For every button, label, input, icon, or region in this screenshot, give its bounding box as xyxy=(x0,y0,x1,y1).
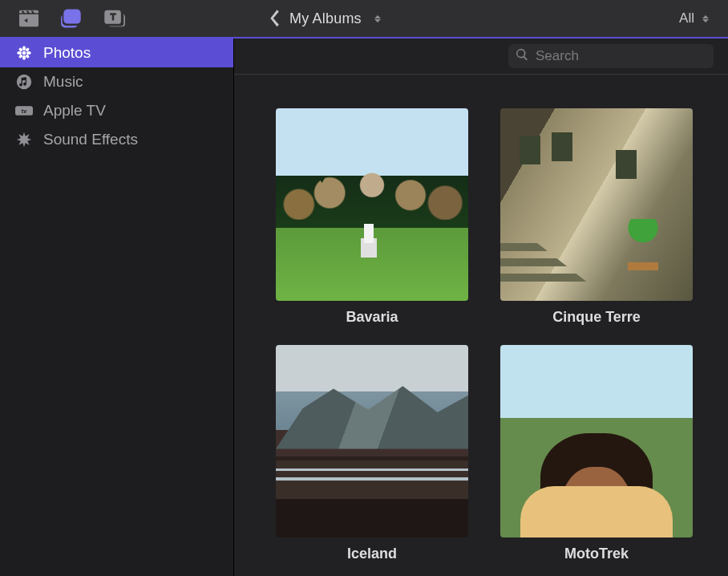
svg-point-2 xyxy=(22,55,25,59)
content-filter-dropdown[interactable]: All xyxy=(679,0,709,37)
search-input[interactable] xyxy=(536,48,707,64)
search-row xyxy=(234,39,728,75)
sidebar-item-soundeffects[interactable]: Sound Effects xyxy=(0,125,233,154)
album-thumbnail xyxy=(500,108,693,301)
topbar: My Albums All xyxy=(0,0,728,39)
titles-icon[interactable] xyxy=(103,7,128,30)
appletv-icon: tv xyxy=(14,103,34,119)
sidebar-item-label: Photos xyxy=(43,44,91,62)
music-icon xyxy=(14,74,34,90)
media-browser-icon[interactable] xyxy=(59,7,85,30)
clapperboard-icon[interactable] xyxy=(16,7,42,30)
content-area: Bavaria Cinque Terre Iceland xyxy=(234,39,728,576)
svg-point-0 xyxy=(22,51,26,55)
search-field-wrap[interactable] xyxy=(508,44,714,68)
svg-point-9 xyxy=(17,75,31,89)
back-chevron-icon[interactable] xyxy=(269,10,280,26)
filter-dropdown-icon xyxy=(702,15,709,22)
svg-point-7 xyxy=(18,55,22,59)
album-item[interactable]: Iceland xyxy=(276,345,468,562)
burst-icon xyxy=(14,132,34,148)
album-item[interactable]: Cinque Terre xyxy=(500,108,693,326)
album-label: Bavaria xyxy=(346,309,398,326)
svg-point-6 xyxy=(26,47,30,51)
svg-point-5 xyxy=(18,47,22,51)
app-window: My Albums All Photos Mus xyxy=(0,0,728,576)
sidebar-item-appletv[interactable]: tv Apple TV xyxy=(0,96,233,125)
search-icon xyxy=(515,47,529,65)
svg-text:tv: tv xyxy=(22,107,27,115)
album-label: MotoTrek xyxy=(564,546,629,562)
svg-point-1 xyxy=(22,47,25,51)
svg-point-4 xyxy=(26,51,30,54)
sidebar-item-photos[interactable]: Photos xyxy=(0,39,233,67)
sidebar-item-label: Music xyxy=(43,73,83,91)
album-item[interactable]: MotoTrek xyxy=(500,345,693,562)
sidebar-item-label: Apple TV xyxy=(43,102,106,120)
album-thumbnail xyxy=(276,345,468,537)
album-item[interactable]: Bavaria xyxy=(276,108,468,326)
sidebar: Photos Music tv Apple TV Sound Effects xyxy=(0,39,234,576)
sidebar-item-label: Sound Effects xyxy=(43,131,138,148)
album-grid: Bavaria Cinque Terre Iceland xyxy=(234,75,728,576)
svg-point-3 xyxy=(18,51,22,54)
breadcrumb-dropdown-icon[interactable] xyxy=(374,15,381,22)
album-grid-scroll[interactable]: Bavaria Cinque Terre Iceland xyxy=(234,75,728,576)
breadcrumb-title[interactable]: My Albums xyxy=(289,10,362,27)
body: Photos Music tv Apple TV Sound Effects xyxy=(0,39,728,576)
svg-point-8 xyxy=(26,55,30,59)
album-thumbnail xyxy=(500,345,693,537)
breadcrumb: My Albums xyxy=(269,0,381,37)
flower-icon xyxy=(14,45,34,61)
sidebar-item-music[interactable]: Music xyxy=(0,67,233,96)
filter-label: All xyxy=(679,10,694,26)
album-thumbnail xyxy=(276,108,468,301)
album-label: Cinque Terre xyxy=(552,309,641,326)
album-label: Iceland xyxy=(347,546,397,562)
topbar-tab-switcher xyxy=(0,0,128,37)
